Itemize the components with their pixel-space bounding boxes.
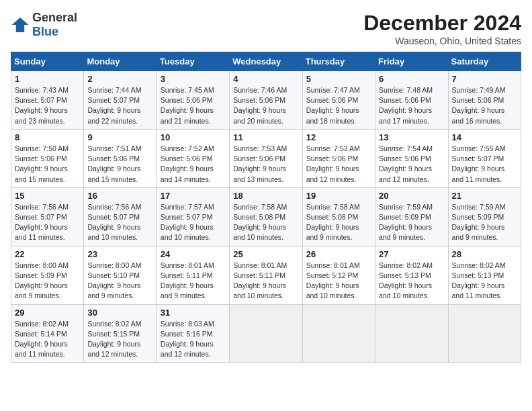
- calendar-header-wednesday: Wednesday: [230, 52, 302, 71]
- month-title: December 2024: [363, 11, 521, 36]
- calendar-header-tuesday: Tuesday: [157, 52, 229, 71]
- day-detail: Sunrise: 8:02 AMSunset: 5:14 PMDaylight:…: [15, 320, 69, 359]
- day-detail: Sunrise: 7:44 AMSunset: 5:07 PMDaylight:…: [87, 86, 141, 125]
- calendar-cell: 29Sunrise: 8:02 AMSunset: 5:14 PMDayligh…: [11, 304, 84, 363]
- calendar-cell: 19Sunrise: 7:58 AMSunset: 5:08 PMDayligh…: [302, 187, 375, 246]
- day-detail: Sunrise: 7:43 AMSunset: 5:07 PMDaylight:…: [15, 86, 69, 125]
- day-number: 21: [452, 191, 517, 201]
- day-number: 17: [161, 191, 226, 201]
- day-detail: Sunrise: 7:57 AMSunset: 5:07 PMDaylight:…: [161, 203, 214, 242]
- calendar-cell: [375, 304, 448, 363]
- calendar-cell: 28Sunrise: 8:02 AMSunset: 5:13 PMDayligh…: [448, 246, 521, 304]
- day-detail: Sunrise: 7:49 AMSunset: 5:06 PMDaylight:…: [452, 86, 506, 125]
- day-detail: Sunrise: 7:56 AMSunset: 5:07 PMDaylight:…: [15, 203, 69, 242]
- calendar-cell: 15Sunrise: 7:56 AMSunset: 5:07 PMDayligh…: [11, 187, 84, 246]
- day-detail: Sunrise: 8:01 AMSunset: 5:11 PMDaylight:…: [161, 261, 214, 300]
- calendar-cell: 2Sunrise: 7:44 AMSunset: 5:07 PMDaylight…: [84, 71, 157, 130]
- calendar-cell: 20Sunrise: 7:59 AMSunset: 5:09 PMDayligh…: [375, 187, 448, 246]
- calendar-cell: 5Sunrise: 7:47 AMSunset: 5:06 PMDaylight…: [302, 71, 375, 130]
- day-number: 20: [379, 191, 444, 201]
- day-detail: Sunrise: 7:58 AMSunset: 5:08 PMDaylight:…: [306, 203, 360, 242]
- calendar-header-row: SundayMondayTuesdayWednesdayThursdayFrid…: [11, 52, 521, 71]
- title-block: December 2024 Wauseon, Ohio, United Stat…: [363, 11, 521, 46]
- day-number: 14: [452, 132, 517, 142]
- day-detail: Sunrise: 7:46 AMSunset: 5:06 PMDaylight:…: [233, 86, 287, 125]
- day-detail: Sunrise: 8:00 AMSunset: 5:09 PMDaylight:…: [15, 261, 69, 300]
- day-detail: Sunrise: 8:01 AMSunset: 5:11 PMDaylight:…: [233, 261, 287, 300]
- day-number: 8: [15, 132, 80, 142]
- logo-icon: [11, 15, 30, 34]
- day-detail: Sunrise: 7:59 AMSunset: 5:09 PMDaylight:…: [379, 203, 433, 242]
- logo: General Blue: [11, 11, 77, 39]
- calendar-cell: 24Sunrise: 8:01 AMSunset: 5:11 PMDayligh…: [157, 246, 229, 304]
- calendar-header-monday: Monday: [84, 52, 157, 71]
- day-detail: Sunrise: 7:54 AMSunset: 5:06 PMDaylight:…: [379, 144, 433, 183]
- calendar-cell: 9Sunrise: 7:51 AMSunset: 5:06 PMDaylight…: [84, 129, 157, 187]
- logo-blue: Blue: [32, 25, 58, 38]
- day-detail: Sunrise: 7:53 AMSunset: 5:06 PMDaylight:…: [306, 144, 360, 183]
- calendar-cell: 1Sunrise: 7:43 AMSunset: 5:07 PMDaylight…: [11, 71, 84, 130]
- day-number: 19: [306, 191, 371, 201]
- location-title: Wauseon, Ohio, United States: [363, 36, 521, 46]
- day-detail: Sunrise: 8:02 AMSunset: 5:13 PMDaylight:…: [379, 261, 433, 300]
- calendar-week-row: 15Sunrise: 7:56 AMSunset: 5:07 PMDayligh…: [11, 187, 521, 246]
- calendar-week-row: 1Sunrise: 7:43 AMSunset: 5:07 PMDaylight…: [11, 71, 521, 130]
- day-number: 7: [452, 74, 517, 84]
- calendar-cell: 11Sunrise: 7:53 AMSunset: 5:06 PMDayligh…: [230, 129, 302, 187]
- calendar-week-row: 8Sunrise: 7:50 AMSunset: 5:06 PMDaylight…: [11, 129, 521, 187]
- day-detail: Sunrise: 8:00 AMSunset: 5:10 PMDaylight:…: [87, 261, 141, 300]
- day-detail: Sunrise: 8:02 AMSunset: 5:15 PMDaylight:…: [87, 320, 141, 359]
- calendar-cell: 8Sunrise: 7:50 AMSunset: 5:06 PMDaylight…: [11, 129, 84, 187]
- calendar-cell: 21Sunrise: 7:59 AMSunset: 5:09 PMDayligh…: [448, 187, 521, 246]
- calendar-cell: 22Sunrise: 8:00 AMSunset: 5:09 PMDayligh…: [11, 246, 84, 304]
- calendar-cell: [230, 304, 302, 363]
- day-detail: Sunrise: 7:53 AMSunset: 5:06 PMDaylight:…: [233, 144, 287, 183]
- day-number: 29: [15, 308, 80, 318]
- day-number: 24: [161, 249, 226, 259]
- calendar-cell: [302, 304, 375, 363]
- calendar-cell: [448, 304, 521, 363]
- day-number: 6: [379, 74, 444, 84]
- calendar-cell: 31Sunrise: 8:03 AMSunset: 5:16 PMDayligh…: [157, 304, 229, 363]
- day-detail: Sunrise: 7:47 AMSunset: 5:06 PMDaylight:…: [306, 86, 360, 125]
- day-detail: Sunrise: 8:02 AMSunset: 5:13 PMDaylight:…: [452, 261, 506, 300]
- calendar-cell: 13Sunrise: 7:54 AMSunset: 5:06 PMDayligh…: [375, 129, 448, 187]
- day-number: 27: [379, 249, 444, 259]
- calendar-header-saturday: Saturday: [448, 52, 521, 71]
- day-number: 23: [87, 249, 152, 259]
- day-number: 15: [15, 191, 80, 201]
- day-number: 18: [233, 191, 298, 201]
- calendar-cell: 7Sunrise: 7:49 AMSunset: 5:06 PMDaylight…: [448, 71, 521, 130]
- day-detail: Sunrise: 7:55 AMSunset: 5:07 PMDaylight:…: [452, 144, 506, 183]
- calendar-cell: 6Sunrise: 7:48 AMSunset: 5:06 PMDaylight…: [375, 71, 448, 130]
- calendar-cell: 16Sunrise: 7:56 AMSunset: 5:07 PMDayligh…: [84, 187, 157, 246]
- day-detail: Sunrise: 8:03 AMSunset: 5:16 PMDaylight:…: [161, 320, 214, 359]
- calendar-cell: 4Sunrise: 7:46 AMSunset: 5:06 PMDaylight…: [230, 71, 302, 130]
- calendar-cell: 3Sunrise: 7:45 AMSunset: 5:06 PMDaylight…: [157, 71, 229, 130]
- page-header: General Blue December 2024 Wauseon, Ohio…: [11, 11, 521, 46]
- calendar-cell: 18Sunrise: 7:58 AMSunset: 5:08 PMDayligh…: [230, 187, 302, 246]
- calendar-cell: 17Sunrise: 7:57 AMSunset: 5:07 PMDayligh…: [157, 187, 229, 246]
- day-number: 11: [233, 132, 298, 142]
- day-number: 1: [15, 74, 80, 84]
- day-detail: Sunrise: 7:58 AMSunset: 5:08 PMDaylight:…: [233, 203, 287, 242]
- calendar-cell: 14Sunrise: 7:55 AMSunset: 5:07 PMDayligh…: [448, 129, 521, 187]
- day-detail: Sunrise: 7:48 AMSunset: 5:06 PMDaylight:…: [379, 86, 433, 125]
- calendar-cell: 25Sunrise: 8:01 AMSunset: 5:11 PMDayligh…: [230, 246, 302, 304]
- day-number: 12: [306, 132, 371, 142]
- logo-general: General: [32, 11, 77, 24]
- calendar-header-sunday: Sunday: [11, 52, 84, 71]
- day-number: 30: [87, 308, 152, 318]
- calendar-week-row: 29Sunrise: 8:02 AMSunset: 5:14 PMDayligh…: [11, 304, 521, 363]
- day-number: 9: [87, 132, 152, 142]
- day-number: 28: [452, 249, 517, 259]
- calendar-cell: 30Sunrise: 8:02 AMSunset: 5:15 PMDayligh…: [84, 304, 157, 363]
- day-detail: Sunrise: 8:01 AMSunset: 5:12 PMDaylight:…: [306, 261, 360, 300]
- day-number: 13: [379, 132, 444, 142]
- calendar-cell: 26Sunrise: 8:01 AMSunset: 5:12 PMDayligh…: [302, 246, 375, 304]
- day-number: 2: [87, 74, 152, 84]
- calendar-table: SundayMondayTuesdayWednesdayThursdayFrid…: [11, 52, 521, 363]
- day-detail: Sunrise: 7:45 AMSunset: 5:06 PMDaylight:…: [161, 86, 214, 125]
- calendar-week-row: 22Sunrise: 8:00 AMSunset: 5:09 PMDayligh…: [11, 246, 521, 304]
- day-detail: Sunrise: 7:56 AMSunset: 5:07 PMDaylight:…: [87, 203, 141, 242]
